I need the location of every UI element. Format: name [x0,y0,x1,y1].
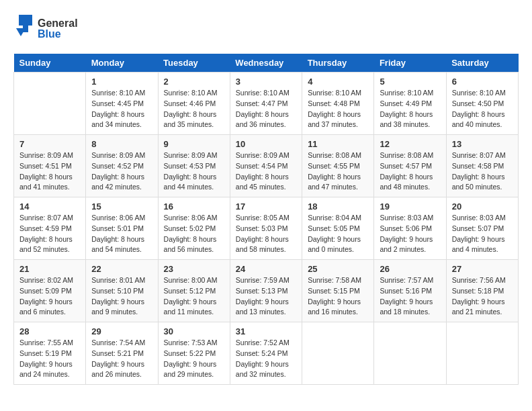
day-info: Sunrise: 8:03 AMSunset: 5:07 PMDaylight:… [452,213,513,255]
day-number: 27 [452,264,513,274]
day-info: Sunrise: 8:10 AMSunset: 4:45 PMDaylight:… [91,88,152,130]
day-info: Sunrise: 7:52 AMSunset: 5:24 PMDaylight:… [236,338,296,380]
day-info: Sunrise: 8:07 AMSunset: 4:58 PMDaylight:… [452,150,513,193]
day-number: 4 [308,77,368,87]
day-number: 5 [380,77,440,87]
weekday-row: SundayMondayTuesdayWednesdayThursdayFrid… [14,54,519,73]
calendar-table: SundayMondayTuesdayWednesdayThursdayFrid… [13,54,519,385]
day-info: Sunrise: 8:06 AMSunset: 5:01 PMDaylight:… [91,213,152,255]
calendar-cell: 31Sunrise: 7:52 AMSunset: 5:24 PMDayligh… [230,322,302,385]
day-number: 19 [380,201,440,212]
logo: GeneralBlue [13,13,81,43]
day-info: Sunrise: 8:10 AMSunset: 4:47 PMDaylight:… [236,88,296,130]
day-info: Sunrise: 8:08 AMSunset: 4:57 PMDaylight:… [380,150,440,193]
calendar-cell: 27Sunrise: 7:56 AMSunset: 5:18 PMDayligh… [446,260,518,322]
day-info: Sunrise: 8:09 AMSunset: 4:54 PMDaylight:… [236,150,296,193]
svg-text:Blue: Blue [38,28,61,40]
day-info: Sunrise: 8:10 AMSunset: 4:46 PMDaylight:… [164,88,224,130]
day-number: 3 [236,77,296,87]
weekday-header-sunday: Sunday [14,54,86,73]
calendar-cell: 23Sunrise: 8:00 AMSunset: 5:12 PMDayligh… [158,260,230,322]
week-row-5: 28Sunrise: 7:55 AMSunset: 5:19 PMDayligh… [14,322,519,385]
day-number: 24 [236,264,296,274]
day-info: Sunrise: 8:09 AMSunset: 4:52 PMDaylight:… [91,150,152,193]
day-info: Sunrise: 8:04 AMSunset: 5:05 PMDaylight:… [308,213,368,255]
day-info: Sunrise: 7:53 AMSunset: 5:22 PMDaylight:… [164,338,224,380]
calendar-cell: 19Sunrise: 8:03 AMSunset: 5:06 PMDayligh… [374,197,446,260]
calendar-cell: 28Sunrise: 7:55 AMSunset: 5:19 PMDayligh… [14,322,86,385]
day-info: Sunrise: 8:09 AMSunset: 4:51 PMDaylight:… [19,150,80,193]
weekday-header-saturday: Saturday [446,54,518,73]
calendar-cell: 3Sunrise: 8:10 AMSunset: 4:47 PMDaylight… [230,73,302,135]
day-number: 20 [452,201,513,212]
calendar-cell: 30Sunrise: 7:53 AMSunset: 5:22 PMDayligh… [158,322,230,385]
weekday-header-tuesday: Tuesday [158,54,230,73]
calendar-cell: 21Sunrise: 8:02 AMSunset: 5:09 PMDayligh… [14,260,86,322]
weekday-header-monday: Monday [86,54,158,73]
day-info: Sunrise: 7:59 AMSunset: 5:13 PMDaylight:… [236,275,296,318]
calendar-cell: 17Sunrise: 8:05 AMSunset: 5:03 PMDayligh… [230,197,302,260]
calendar-cell: 12Sunrise: 8:08 AMSunset: 4:57 PMDayligh… [374,135,446,197]
day-number: 30 [164,326,224,336]
day-info: Sunrise: 8:06 AMSunset: 5:02 PMDaylight:… [164,213,224,255]
day-info: Sunrise: 8:02 AMSunset: 5:09 PMDaylight:… [19,275,80,318]
calendar-cell: 18Sunrise: 8:04 AMSunset: 5:05 PMDayligh… [302,197,374,260]
day-info: Sunrise: 8:09 AMSunset: 4:53 PMDaylight:… [164,150,224,193]
calendar-cell: 16Sunrise: 8:06 AMSunset: 5:02 PMDayligh… [158,197,230,260]
calendar-cell: 20Sunrise: 8:03 AMSunset: 5:07 PMDayligh… [446,197,518,260]
calendar-cell: 11Sunrise: 8:08 AMSunset: 4:55 PMDayligh… [302,135,374,197]
day-number: 21 [19,264,80,274]
week-row-1: 1Sunrise: 8:10 AMSunset: 4:45 PMDaylight… [14,73,519,135]
day-info: Sunrise: 8:07 AMSunset: 4:59 PMDaylight:… [19,213,80,255]
day-info: Sunrise: 8:00 AMSunset: 5:12 PMDaylight:… [164,275,224,318]
day-number: 29 [91,326,152,336]
calendar-cell: 29Sunrise: 7:54 AMSunset: 5:21 PMDayligh… [86,322,158,385]
calendar-cell: 7Sunrise: 8:09 AMSunset: 4:51 PMDaylight… [14,135,86,197]
day-number: 18 [308,201,368,212]
day-number: 13 [452,139,513,149]
svg-text:General: General [38,17,78,29]
day-number: 15 [91,201,152,212]
day-info: Sunrise: 7:56 AMSunset: 5:18 PMDaylight:… [452,275,513,318]
calendar-body: 1Sunrise: 8:10 AMSunset: 4:45 PMDaylight… [14,73,519,385]
day-number: 22 [91,264,152,274]
calendar-cell: 26Sunrise: 7:57 AMSunset: 5:16 PMDayligh… [374,260,446,322]
day-info: Sunrise: 7:58 AMSunset: 5:15 PMDaylight:… [308,275,368,318]
logo-icon: GeneralBlue [13,13,81,43]
day-info: Sunrise: 8:10 AMSunset: 4:48 PMDaylight:… [308,88,368,130]
week-row-3: 14Sunrise: 8:07 AMSunset: 4:59 PMDayligh… [14,197,519,260]
calendar-cell: 13Sunrise: 8:07 AMSunset: 4:58 PMDayligh… [446,135,518,197]
day-info: Sunrise: 8:05 AMSunset: 5:03 PMDaylight:… [236,213,296,255]
day-info: Sunrise: 8:01 AMSunset: 5:10 PMDaylight:… [91,275,152,318]
day-info: Sunrise: 7:54 AMSunset: 5:21 PMDaylight:… [91,338,152,380]
calendar-header: SundayMondayTuesdayWednesdayThursdayFrid… [14,54,519,73]
day-number: 17 [236,201,296,212]
calendar-cell: 6Sunrise: 8:10 AMSunset: 4:50 PMDaylight… [446,73,518,135]
day-number: 8 [91,139,152,149]
day-info: Sunrise: 8:08 AMSunset: 4:55 PMDaylight:… [308,150,368,193]
day-info: Sunrise: 8:10 AMSunset: 4:49 PMDaylight:… [380,88,440,130]
day-number: 16 [164,201,224,212]
day-info: Sunrise: 8:10 AMSunset: 4:50 PMDaylight:… [452,88,513,130]
day-number: 10 [236,139,296,149]
calendar-cell [374,322,446,385]
weekday-header-thursday: Thursday [302,54,374,73]
calendar-cell [446,322,518,385]
day-number: 1 [91,77,152,87]
calendar-cell: 9Sunrise: 8:09 AMSunset: 4:53 PMDaylight… [158,135,230,197]
day-info: Sunrise: 7:57 AMSunset: 5:16 PMDaylight:… [380,275,440,318]
calendar-cell: 4Sunrise: 8:10 AMSunset: 4:48 PMDaylight… [302,73,374,135]
calendar-cell: 14Sunrise: 8:07 AMSunset: 4:59 PMDayligh… [14,197,86,260]
calendar-cell: 24Sunrise: 7:59 AMSunset: 5:13 PMDayligh… [230,260,302,322]
day-number: 2 [164,77,224,87]
calendar-cell: 5Sunrise: 8:10 AMSunset: 4:49 PMDaylight… [374,73,446,135]
calendar-cell [302,322,374,385]
day-number: 23 [164,264,224,274]
calendar-cell [14,73,86,135]
day-info: Sunrise: 7:55 AMSunset: 5:19 PMDaylight:… [19,338,80,380]
day-number: 31 [236,326,296,336]
day-number: 11 [308,139,368,149]
page-header: GeneralBlue [13,13,519,43]
day-number: 28 [19,326,80,336]
calendar-cell: 15Sunrise: 8:06 AMSunset: 5:01 PMDayligh… [86,197,158,260]
